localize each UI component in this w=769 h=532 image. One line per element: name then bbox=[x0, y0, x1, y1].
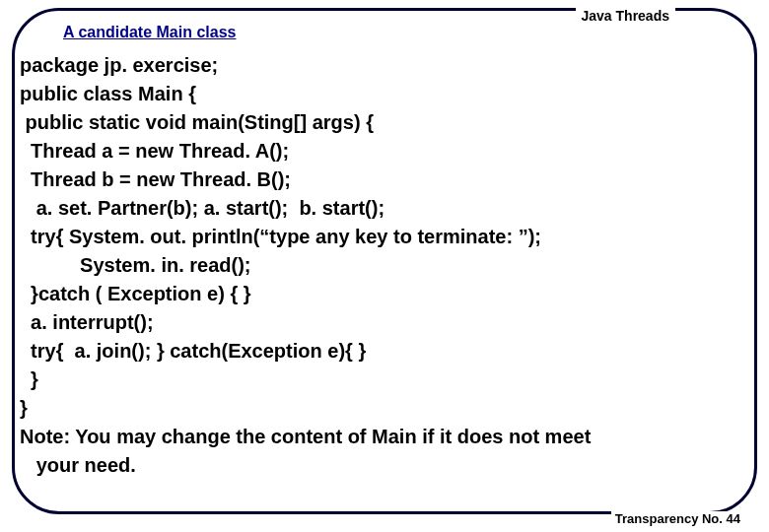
code-line: public class Main { bbox=[20, 80, 749, 108]
code-line: }catch ( Exception e) { } bbox=[20, 280, 749, 308]
code-line: Thread b = new Thread. B(); bbox=[20, 166, 749, 194]
note-line: your need. bbox=[20, 451, 749, 480]
code-line: System. in. read(); bbox=[20, 251, 749, 280]
code-line: public static void main(Sting[] args) { bbox=[20, 108, 749, 137]
code-line: } bbox=[20, 366, 749, 394]
code-line: try{ a. join(); } catch(Exception e){ } bbox=[20, 337, 749, 366]
code-line: a. interrupt(); bbox=[20, 308, 749, 337]
header-topic: Java Threads bbox=[576, 8, 676, 24]
code-line: } bbox=[20, 394, 749, 423]
code-line: try{ System. out. println(“type any key … bbox=[20, 223, 749, 251]
slide-title: A candidate Main class bbox=[59, 24, 240, 41]
code-block: package jp. exercise; public class Main … bbox=[20, 51, 749, 480]
code-line: a. set. Partner(b); a. start(); b. start… bbox=[20, 194, 749, 223]
note-line: Note: You may change the content of Main… bbox=[20, 423, 749, 451]
slide-number: Transparency No. 44 bbox=[611, 511, 744, 526]
code-line: package jp. exercise; bbox=[20, 51, 749, 80]
code-line: Thread a = new Thread. A(); bbox=[20, 137, 749, 166]
